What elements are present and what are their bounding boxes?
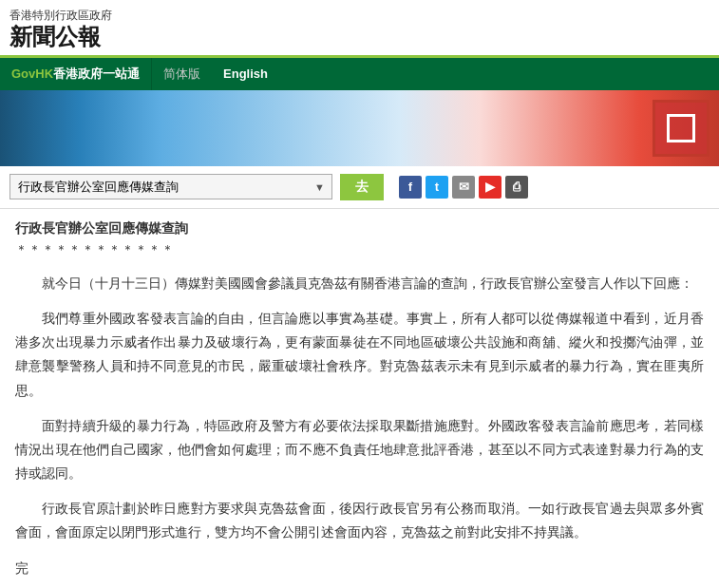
category-select[interactable]: 行政長官辦公室回應傳媒查詢 (9, 174, 332, 199)
print-icon[interactable]: ⎙ (505, 176, 528, 199)
main-content: 行政長官辦公室回應傳媒查詢 ＊＊＊＊＊＊＊＊＊＊＊＊ 就今日（十月十三日）傳媒對… (0, 209, 719, 588)
nav-link-simplified[interactable]: 简体版 (152, 58, 212, 90)
youtube-icon[interactable]: ▶ (479, 176, 501, 199)
article-end-marker: 完 (15, 560, 704, 578)
toolbar: 行政長官辦公室回應傳媒查詢 ▼ 去 f t ✉ ▶ ⎙ (0, 166, 719, 209)
article-paragraph-3: 面對持續升級的暴力行為，特區政府及警方有必要依法採取果斷措施應對。外國政客發表言… (15, 414, 704, 486)
nav-link-english[interactable]: English (212, 58, 279, 90)
header-title: 新聞公報 (9, 24, 710, 51)
header-subtitle: 香港特別行政區政府 (9, 8, 710, 24)
navbar-language-links: 简体版 English (152, 58, 279, 90)
navbar: GovHK 香港政府一站通 简体版 English (0, 58, 719, 90)
category-select-wrapper: 行政長官辦公室回應傳媒查詢 ▼ (9, 174, 332, 199)
article-paragraph-1: 就今日（十月十三日）傳媒對美國國會參議員克魯茲有關香港言論的查詢，行政長官辦公室… (15, 272, 704, 295)
go-button[interactable]: 去 (340, 174, 384, 200)
banner (0, 90, 719, 166)
page-header: 香港特別行政區政府 新聞公報 (0, 0, 719, 58)
navbar-brand-text: 香港政府一站通 (53, 66, 140, 83)
twitter-icon[interactable]: t (426, 176, 448, 199)
article-paragraph-4: 行政長官原計劃於昨日應對方要求與克魯茲會面，後因行政長官另有公務而取消。一如行政… (15, 497, 704, 544)
banner-overlay (529, 90, 719, 166)
banner-logo-inner (667, 114, 695, 142)
mail-icon[interactable]: ✉ (452, 176, 475, 199)
navbar-brand: GovHK 香港政府一站通 (0, 58, 152, 90)
banner-logo-icon (653, 100, 710, 157)
article-date-line1: 2019年10月13日（星期日） (15, 583, 704, 588)
facebook-icon[interactable]: f (399, 176, 422, 199)
navbar-govhk: GovHK (11, 66, 53, 81)
social-links: f t ✉ ▶ ⎙ (399, 176, 528, 199)
article-title: 行政長官辦公室回應傳媒查詢 (15, 220, 704, 237)
article-paragraph-2: 我們尊重外國政客發表言論的自由，但言論應以事實為基礎。事實上，所有人都可以從傳媒… (15, 307, 704, 403)
article-divider-stars: ＊＊＊＊＊＊＊＊＊＊＊＊ (15, 241, 704, 258)
